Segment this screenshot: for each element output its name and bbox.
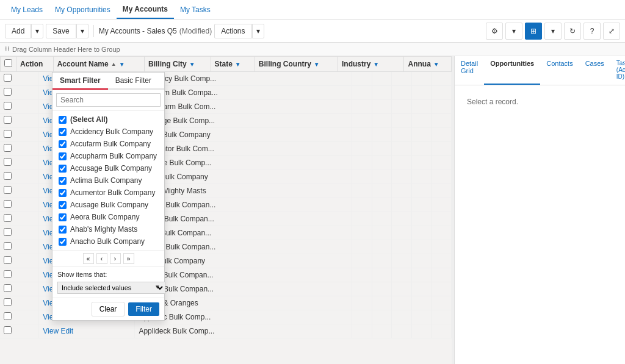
account-name-filter-icon[interactable]: ▼ xyxy=(119,61,125,68)
filter-item-10[interactable]: Anacho Bulk Company xyxy=(52,235,164,248)
save-button[interactable]: Save xyxy=(46,24,76,38)
add-dropdown[interactable]: ▾ xyxy=(31,24,43,38)
billing-country-col-header[interactable]: Billing Country ▼ xyxy=(255,57,338,72)
basic-filter-tab[interactable]: Basic Filter xyxy=(108,73,159,88)
filter-item-1[interactable]: Accidency Bulk Company xyxy=(52,126,164,138)
filter-item-7[interactable]: Acusage Bulk Company xyxy=(52,199,164,211)
grid-view-alt-btn[interactable]: ▾ xyxy=(544,23,562,40)
industry-col-header[interactable]: Industry ▼ xyxy=(338,57,404,72)
filter-checkbox-3[interactable] xyxy=(59,152,67,160)
row-checkbox-cell[interactable] xyxy=(0,156,39,170)
actions-dropdown[interactable]: ▾ xyxy=(252,24,264,38)
grid-scroll-body[interactable]: View Edit Accidency Bulk Comp... View Ed… xyxy=(0,72,452,343)
row-checkbox[interactable] xyxy=(4,242,12,250)
refresh-btn[interactable]: ↻ xyxy=(564,23,581,40)
apply-filter-button[interactable]: Filter xyxy=(128,302,159,316)
row-checkbox[interactable] xyxy=(4,144,12,152)
filter-search-input[interactable] xyxy=(56,93,161,107)
state-filter-icon[interactable]: ▼ xyxy=(235,61,241,68)
state-col-header[interactable]: State ▼ xyxy=(211,57,255,72)
row-checkbox-cell[interactable] xyxy=(0,72,39,86)
add-button[interactable]: Add xyxy=(5,24,31,38)
filter-item-5[interactable]: Aclima Bulk Company xyxy=(52,174,164,187)
row-checkbox-cell[interactable] xyxy=(0,184,39,198)
row-checkbox-cell[interactable] xyxy=(0,240,39,254)
billing-country-filter-icon[interactable]: ▼ xyxy=(314,61,320,68)
row-checkbox[interactable] xyxy=(4,214,12,222)
row-checkbox[interactable] xyxy=(4,312,12,320)
tab-detail-grid[interactable]: Detail Grid xyxy=(455,56,484,85)
filter-prev-page[interactable]: ‹ xyxy=(96,253,107,264)
annual-col-header[interactable]: Annua ▼ xyxy=(404,57,452,72)
row-checkbox[interactable] xyxy=(4,256,12,264)
filter-checkbox-7[interactable] xyxy=(59,201,67,209)
filter-checkbox-9[interactable] xyxy=(59,226,67,234)
row-checkbox-cell[interactable] xyxy=(0,142,39,156)
view-link[interactable]: View xyxy=(43,327,59,335)
row-checkbox[interactable] xyxy=(4,130,12,138)
filter-checkbox-6[interactable] xyxy=(59,189,67,197)
row-checkbox-cell[interactable] xyxy=(0,324,39,338)
edit-link[interactable]: Edit xyxy=(60,327,73,335)
row-checkbox[interactable] xyxy=(4,298,12,306)
industry-filter-icon[interactable]: ▼ xyxy=(373,61,379,68)
filter-checkbox-2[interactable] xyxy=(59,140,67,148)
annual-filter-icon[interactable]: ▼ xyxy=(433,61,439,68)
dropdown-icon-btn[interactable]: ▾ xyxy=(505,23,522,40)
action-col-header[interactable]: Action xyxy=(16,57,54,72)
actions-button[interactable]: Actions xyxy=(214,24,251,38)
filter-checkbox-1[interactable] xyxy=(59,128,67,136)
select-all-header[interactable] xyxy=(1,57,16,72)
row-checkbox-cell[interactable] xyxy=(0,170,39,184)
row-checkbox-cell[interactable] xyxy=(0,254,39,268)
nav-item-opportunities[interactable]: My Opportunities xyxy=(49,0,117,19)
help-btn[interactable]: ? xyxy=(583,23,601,40)
tab-contacts[interactable]: Contacts xyxy=(540,56,579,85)
tab-cases[interactable]: Cases xyxy=(579,56,610,85)
filter-checkbox-10[interactable] xyxy=(59,238,67,246)
billing-city-filter-icon[interactable]: ▼ xyxy=(189,61,195,68)
row-checkbox-cell[interactable] xyxy=(0,212,39,226)
filter-item-6[interactable]: Acumentor Bulk Company xyxy=(52,187,164,199)
filter-item-4[interactable]: Accusage Bulk Company xyxy=(52,162,164,174)
clear-filter-button[interactable]: Clear xyxy=(92,302,125,316)
filter-item-2[interactable]: Accufarm Bulk Company xyxy=(52,138,164,150)
row-checkbox[interactable] xyxy=(4,284,12,292)
tab-tasks[interactable]: Tasks (Account ID) xyxy=(610,56,625,85)
row-checkbox[interactable] xyxy=(4,200,12,208)
row-checkbox[interactable] xyxy=(4,326,12,334)
expand-btn[interactable]: ⤢ xyxy=(603,23,620,40)
filter-item-8[interactable]: Aeora Bulk Company xyxy=(52,211,164,223)
row-checkbox[interactable] xyxy=(4,116,12,124)
filter-show-select[interactable]: Include selected values Exclude selected… xyxy=(57,282,165,294)
row-checkbox-cell[interactable] xyxy=(0,100,39,114)
row-checkbox-cell[interactable] xyxy=(0,282,39,296)
save-dropdown[interactable]: ▾ xyxy=(76,24,89,38)
nav-item-tasks[interactable]: My Tasks xyxy=(174,0,217,19)
nav-item-accounts[interactable]: My Accounts xyxy=(117,0,174,19)
row-checkbox-cell[interactable] xyxy=(0,128,39,142)
row-checkbox[interactable] xyxy=(4,74,12,82)
row-checkbox[interactable] xyxy=(4,228,12,236)
nav-item-leads[interactable]: My Leads xyxy=(5,0,49,19)
filter-item-9[interactable]: Ahab's Mighty Masts xyxy=(52,223,164,235)
row-checkbox-cell[interactable] xyxy=(0,310,39,324)
grid-view-btn[interactable]: ⊞ xyxy=(525,23,542,40)
row-checkbox-cell[interactable] xyxy=(0,198,39,212)
smart-filter-tab[interactable]: Smart Filter xyxy=(52,73,108,90)
select-all-filter-checkbox[interactable] xyxy=(59,116,67,124)
filter-next-page[interactable]: › xyxy=(110,253,121,264)
row-checkbox-cell[interactable] xyxy=(0,268,39,282)
row-checkbox[interactable] xyxy=(4,186,12,194)
row-checkbox[interactable] xyxy=(4,158,12,166)
filter-last-page[interactable]: » xyxy=(123,253,134,264)
row-checkbox[interactable] xyxy=(4,102,12,110)
filter-checkbox-5[interactable] xyxy=(59,177,67,185)
select-all-checkbox[interactable] xyxy=(4,59,12,67)
filter-item-3[interactable]: Accupharm Bulk Company xyxy=(52,150,164,162)
filter-first-page[interactable]: « xyxy=(83,253,94,264)
row-checkbox-cell[interactable] xyxy=(0,114,39,128)
row-checkbox-cell[interactable] xyxy=(0,226,39,240)
select-all-item[interactable]: (Select All) xyxy=(52,113,164,126)
filter-checkbox-8[interactable] xyxy=(59,213,67,221)
